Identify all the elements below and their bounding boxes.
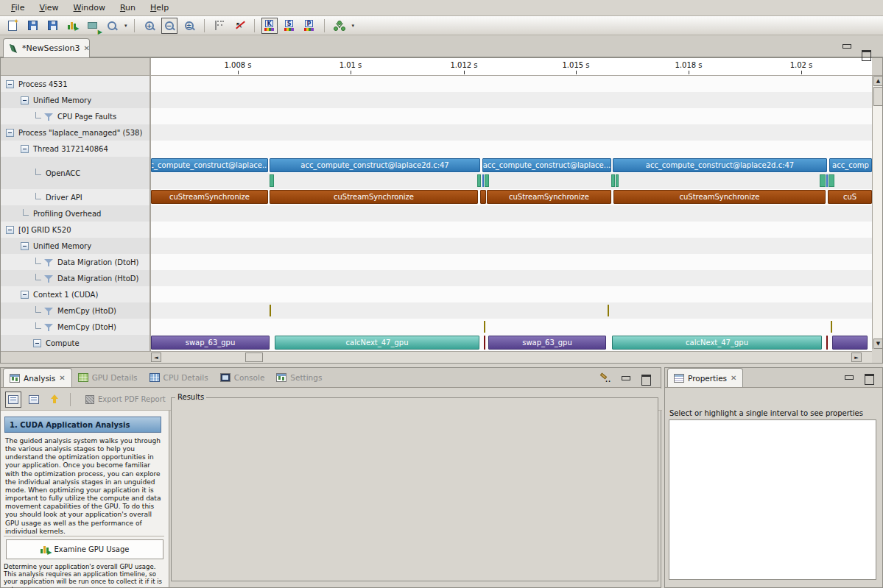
compute-kernel-bar[interactable]: swap_63_gpu [151,336,270,350]
tree-row-unified-memory[interactable]: Unified Memory [0,92,149,108]
analysis-dropdown-caret[interactable]: ▾ [352,23,355,29]
memcpy-htod-event[interactable] [608,305,609,316]
openacc-wait-marker[interactable] [485,174,489,187]
openacc-interval-bar[interactable]: c_compute_construct@laplace... [151,158,268,172]
maximize-icon[interactable] [864,374,873,382]
collapse-toggle-icon[interactable] [21,291,29,299]
snap-disable-button[interactable]: ↖ [231,18,247,34]
memcpy-htod-event[interactable] [270,305,271,316]
menu-help[interactable]: Help [144,1,175,15]
tree-row-memcpy-htod[interactable]: MemCpy (HtoD) [0,302,149,319]
stream-timeline-button[interactable]: S [281,18,298,34]
driver-api-interval-bar[interactable]: cuStreamSynchronize [151,190,268,204]
collapse-toggle-icon[interactable] [21,96,29,105]
maximize-icon[interactable] [861,50,870,58]
memcpy-dtoh-event[interactable] [831,321,832,333]
properties-tab-close-icon[interactable]: ✕ [731,374,736,382]
tab-analysis[interactable]: Analysis ✕ [3,368,72,387]
vertical-scroll-thumb[interactable] [873,87,883,106]
tree-row-grid-k520[interactable]: [0] GRID K520 [0,222,149,238]
view-menu-icon[interactable]: .. [599,374,611,383]
timeline-vertical-scrollbar[interactable]: ▲ ▼ [872,76,883,349]
minimize-icon[interactable] [621,375,630,383]
driver-api-interval-bar[interactable]: cuStreamSynchronize [487,190,611,204]
tree-row-memcpy-dtoh[interactable]: MemCpy (DtoH) [0,319,149,335]
driver-api-interval-bar[interactable]: cuS [828,190,872,204]
scroll-left-button[interactable]: ◄ [151,353,161,362]
tree-row-process-4531[interactable]: Process 4531 [0,76,149,92]
openacc-interval-bar[interactable]: acc_compute_construct@laplace... [482,158,611,172]
back-up-button[interactable] [46,392,63,408]
compute-kernel-bar[interactable]: swap_63_gpu [488,336,606,350]
collapse-toggle-icon[interactable] [6,80,14,88]
menu-file[interactable]: File [4,1,31,15]
session-tab[interactable]: *NewSession3 ✕ [3,38,90,57]
maximize-icon[interactable] [641,375,650,383]
horizontal-scroll-thumb[interactable] [245,353,263,362]
menu-run[interactable]: Run [113,1,142,15]
analysis-tab-close-icon[interactable]: ✕ [59,374,65,382]
openacc-wait-marker[interactable] [829,174,834,187]
scroll-right-button[interactable]: ► [851,353,862,362]
openacc-wait-marker[interactable] [477,174,481,187]
compute-kernel-bar[interactable] [832,336,868,350]
zoom-fit-button[interactable]: ± [181,18,197,34]
compute-kernel-thin-bar[interactable] [826,336,828,350]
openacc-interval-bar[interactable]: acc_compute_construct@laplace2d.c:47 [270,158,480,172]
export-pdf-button[interactable]: Export PDF Report [78,392,173,407]
openacc-wait-marker[interactable] [270,174,274,187]
save-button[interactable] [24,18,41,34]
collapse-toggle-icon[interactable] [21,145,29,153]
new-session-button[interactable]: ✦ [4,18,21,34]
openacc-wait-marker[interactable] [482,174,484,187]
zoom-in-button[interactable]: + [141,18,158,34]
kernel-timeline-button[interactable]: K [261,18,278,34]
tab-gpu-details[interactable]: GPU Details [72,368,144,387]
tab-properties[interactable]: Properties ✕ [667,368,743,387]
compute-kernel-thin-bar[interactable] [484,336,485,350]
tree-row-compute[interactable]: Compute [0,335,149,351]
tree-row-thread[interactable]: Thread 3172140864 [0,141,149,157]
analysis-tree-button[interactable] [331,18,348,34]
scroll-down-button[interactable]: ▼ [873,339,883,349]
openacc-wait-marker[interactable] [820,174,826,187]
collapse-toggle-icon[interactable] [6,129,14,137]
tab-settings[interactable]: Settings [270,368,328,387]
tree-canvas-splitter[interactable] [149,57,151,363]
tab-cpu-details[interactable]: CPU Details [144,368,214,387]
openacc-interval-bar[interactable]: acc_compute_construct@laplace2d.c:47 [613,158,827,172]
unguided-analysis-button[interactable] [26,392,42,408]
tree-row-process-laplace[interactable]: Process "laplace_managed" (538) [0,124,149,141]
tree-row-unified-memory-gpu[interactable]: Unified Memory [0,238,149,254]
session-tab-close-icon[interactable]: ✕ [83,44,89,52]
openacc-wait-marker[interactable] [616,174,619,187]
menu-view[interactable]: View [32,1,65,15]
save-all-button[interactable]: ... [44,18,60,34]
timeline-segment-button[interactable]: ▶ [84,18,100,34]
driver-api-interval-bar[interactable]: cuStreamSynchronize [270,190,478,204]
openacc-wait-marker[interactable] [611,174,615,187]
memcpy-dtoh-event[interactable] [484,321,485,333]
guided-analysis-button[interactable] [5,392,21,408]
profile-dropdown-caret[interactable]: ▾ [124,23,127,29]
openacc-interval-bar[interactable]: acc_comp [829,158,872,172]
tree-row-profiling-overhead[interactable]: Profiling Overhead [0,205,149,222]
tree-row-data-migration-dtoh[interactable]: Data Migration (DtoH) [0,254,149,270]
examine-gpu-usage-button[interactable]: ▶ Examine GPU Usage [6,539,163,559]
minimize-icon[interactable] [842,43,851,51]
openacc-wait-marker[interactable] [826,174,828,187]
collapse-toggle-icon[interactable] [21,242,29,250]
process-timeline-button[interactable]: P [301,18,317,34]
scroll-up-button[interactable]: ▲ [873,76,883,86]
tree-row-cpu-page-faults[interactable]: CPU Page Faults [0,108,149,124]
minimize-icon[interactable] [844,374,854,382]
compute-kernel-bar[interactable]: calcNext_47_gpu [612,336,822,350]
collapse-toggle-icon[interactable] [6,226,14,234]
tree-row-context-1[interactable]: Context 1 (CUDA) [0,286,149,302]
collapse-toggle-icon[interactable] [33,339,41,347]
tree-row-data-migration-htod[interactable]: Data Migration (HtoD) [0,270,149,286]
tree-row-openacc[interactable]: OpenACC [0,157,149,189]
driver-api-interval-bar[interactable]: cuStreamSynchronize [613,190,826,204]
profile-search-button[interactable] [104,18,120,34]
compute-kernel-bar[interactable]: calcNext_47_gpu [275,336,479,350]
